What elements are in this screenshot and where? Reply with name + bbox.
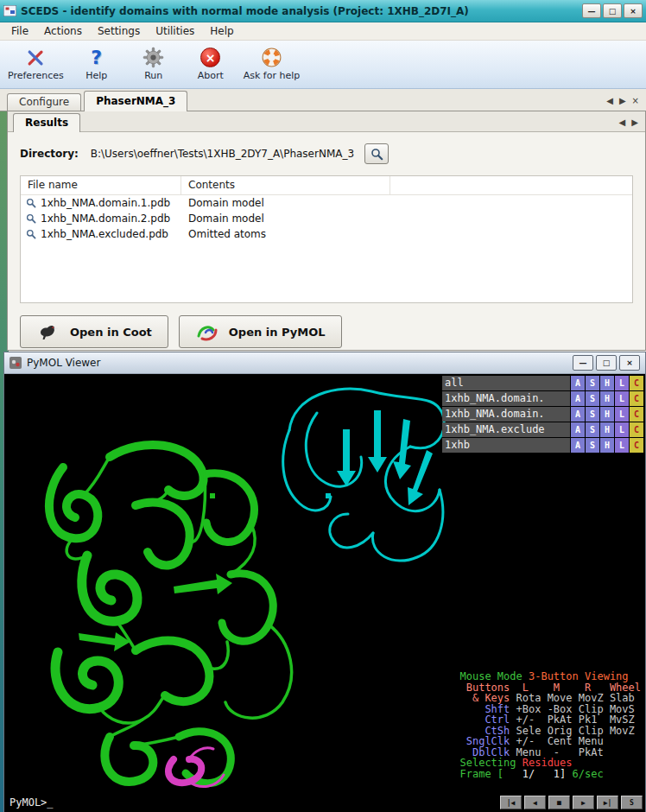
column-header-contents[interactable]: Contents xyxy=(181,176,390,194)
tab-scroll-left-icon[interactable]: ◀ xyxy=(606,96,613,105)
playback-controls: |◀ ◀ ■ ▶ ▶| S xyxy=(500,796,643,809)
abort-icon: × xyxy=(200,46,220,69)
label-menu-button[interactable]: L xyxy=(615,391,629,406)
main-tab-bar: Configure PhaserNMA_3 ◀ ▶ × xyxy=(0,89,646,111)
tab-results[interactable]: Results xyxy=(13,113,80,132)
pymol-window: PyMOL Viewer — □ × xyxy=(3,352,646,812)
object-name[interactable]: 1xhb xyxy=(442,438,570,453)
action-button-row: Open in Coot Open in PyMOL xyxy=(20,315,633,348)
action-menu-button[interactable]: A xyxy=(571,438,585,453)
label-menu-button[interactable]: L xyxy=(615,376,629,390)
hide-menu-button[interactable]: H xyxy=(600,391,614,406)
label-menu-button[interactable]: L xyxy=(615,422,629,437)
show-menu-button[interactable]: S xyxy=(586,391,599,406)
action-menu-button[interactable]: A xyxy=(571,391,585,406)
play-button[interactable]: ▶ xyxy=(573,796,594,809)
tab-phasernma-3[interactable]: PhaserNMA_3 xyxy=(84,91,187,111)
green-domain-cartoon xyxy=(49,445,292,783)
window-title: PyMOL Viewer xyxy=(27,357,100,369)
magnifier-icon[interactable] xyxy=(26,213,36,224)
color-menu-button[interactable]: C xyxy=(630,438,643,453)
close-button[interactable]: × xyxy=(624,3,643,18)
action-menu-button[interactable]: A xyxy=(571,407,585,422)
object-list-panel: all A S H L C 1xhb_NMA.domain. A S H L C… xyxy=(442,376,643,453)
color-menu-button[interactable]: C xyxy=(630,391,643,406)
object-name[interactable]: all xyxy=(442,376,570,390)
open-in-pymol-button[interactable]: Open in PyMOL xyxy=(179,315,342,348)
object-name[interactable]: 1xhb_NMA.domain. xyxy=(442,407,570,422)
file-name: 1xhb_NMA.domain.1.pdb xyxy=(41,197,170,209)
color-menu-button[interactable]: C xyxy=(630,422,643,437)
object-name[interactable]: 1xhb_NMA.exclude xyxy=(442,422,570,437)
color-menu-button[interactable]: C xyxy=(630,407,643,422)
pymol-viewport[interactable]: all A S H L C 1xhb_NMA.domain. A S H L C… xyxy=(4,374,645,812)
open-in-coot-button[interactable]: Open in Coot xyxy=(20,315,168,348)
tab-scroll-left-icon[interactable]: ◀ xyxy=(619,117,626,127)
abort-button[interactable]: × Abort xyxy=(186,43,236,86)
object-name[interactable]: 1xhb_NMA.domain. xyxy=(442,391,570,406)
results-body: Directory: B:\Users\oeffner\Tests\1XHB_2… xyxy=(8,132,645,348)
close-button[interactable]: × xyxy=(619,355,640,371)
file-name: 1xhb_NMA.excluded.pdb xyxy=(41,228,168,240)
show-menu-button[interactable]: S xyxy=(586,407,599,422)
menu-utilities[interactable]: Utilities xyxy=(148,23,202,39)
browse-directory-button[interactable] xyxy=(364,143,389,164)
file-name: 1xhb_NMA.domain.2.pdb xyxy=(41,213,170,225)
label-menu-button[interactable]: L xyxy=(615,407,629,422)
pymol-command-prompt[interactable]: PyMOL>_ xyxy=(10,796,54,809)
tool-label: Run xyxy=(144,70,162,81)
show-menu-button[interactable]: S xyxy=(586,376,599,390)
table-row[interactable]: 1xhb_NMA.domain.1.pdb Domain model xyxy=(21,195,632,211)
tab-scroll-right-icon[interactable]: ▶ xyxy=(631,117,638,127)
tool-label: Preferences xyxy=(8,70,64,81)
button-label: Open in Coot xyxy=(70,326,152,339)
action-menu-button[interactable]: A xyxy=(571,376,585,390)
menu-file[interactable]: File xyxy=(3,23,36,39)
scene-button[interactable]: S xyxy=(621,796,643,809)
table-row[interactable]: 1xhb_NMA.domain.2.pdb Domain model xyxy=(21,211,632,226)
hide-menu-button[interactable]: H xyxy=(600,438,614,453)
pymol-titlebar[interactable]: PyMOL Viewer — □ × xyxy=(4,352,645,374)
results-tab-bar: Results ◀ ▶ xyxy=(8,111,645,132)
sceds-titlebar[interactable]: SCEDS - identify domains with normal mod… xyxy=(0,0,646,22)
hide-menu-button[interactable]: H xyxy=(600,407,614,422)
minimize-button[interactable]: — xyxy=(582,3,601,18)
preferences-button[interactable]: Preferences xyxy=(7,43,65,86)
column-header-file-name[interactable]: File name xyxy=(21,176,181,194)
step-back-button[interactable]: ◀ xyxy=(524,796,546,809)
file-table-header: File name Contents xyxy=(21,176,632,195)
minimize-button[interactable]: — xyxy=(573,355,593,371)
rewind-start-button[interactable]: |◀ xyxy=(500,796,522,809)
object-row: all A S H L C xyxy=(442,376,643,390)
hide-menu-button[interactable]: H xyxy=(600,422,614,437)
tab-scroll-right-icon[interactable]: ▶ xyxy=(619,96,626,105)
maximize-button[interactable]: □ xyxy=(603,3,622,18)
tab-configure[interactable]: Configure xyxy=(7,93,81,111)
pymol-app-icon xyxy=(10,357,22,369)
action-menu-button[interactable]: A xyxy=(571,422,585,437)
object-row: 1xhb_NMA.domain. A S H L C xyxy=(442,407,643,422)
maximize-button[interactable]: □ xyxy=(596,355,617,371)
magnifier-icon[interactable] xyxy=(26,229,36,239)
tab-close-icon[interactable]: × xyxy=(632,96,639,105)
stop-button[interactable]: ■ xyxy=(548,796,570,809)
content-strip: Results ◀ ▶ Directory: B:\Users\oeffner\… xyxy=(0,111,646,351)
app-icon xyxy=(3,5,16,16)
run-button[interactable]: Run xyxy=(129,43,179,86)
color-menu-button[interactable]: C xyxy=(630,376,643,390)
menu-actions[interactable]: Actions xyxy=(36,23,90,39)
show-menu-button[interactable]: S xyxy=(586,438,599,453)
preferences-tools-icon xyxy=(24,46,47,69)
label-menu-button[interactable]: L xyxy=(615,438,629,453)
table-row[interactable]: 1xhb_NMA.excluded.pdb Omitted atoms xyxy=(21,226,632,242)
show-menu-button[interactable]: S xyxy=(586,422,599,437)
menu-help[interactable]: Help xyxy=(202,23,241,39)
directory-value: B:\Users\oeffner\Tests\1XHB_2DY7_A\Phase… xyxy=(91,148,354,160)
help-button[interactable]: ? Help xyxy=(72,43,122,86)
menu-settings[interactable]: Settings xyxy=(90,23,148,39)
hide-menu-button[interactable]: H xyxy=(600,376,614,390)
forward-end-button[interactable]: ▶| xyxy=(597,796,618,809)
ask-for-help-button[interactable]: Ask for help xyxy=(243,43,301,86)
object-row: 1xhb_NMA.domain. A S H L C xyxy=(442,391,643,406)
magnifier-icon[interactable] xyxy=(26,198,36,208)
